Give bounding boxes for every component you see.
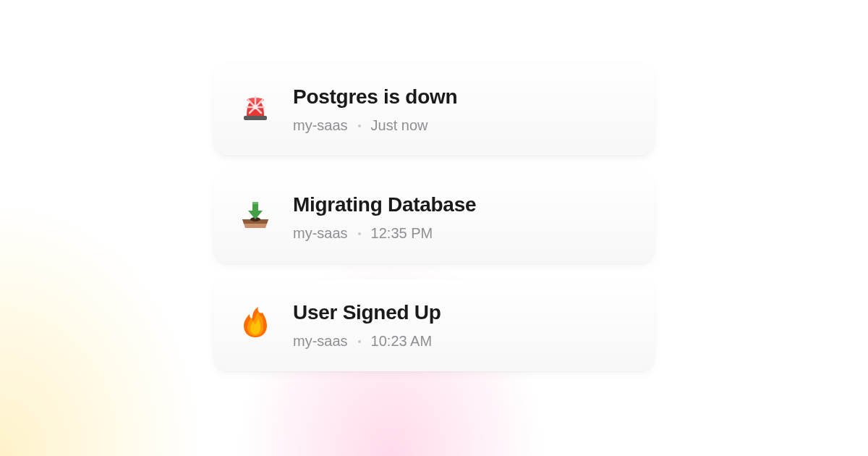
notification-meta: my-saas Just now — [293, 117, 630, 134]
notification-content: Migrating Database my-saas 12:35 PM — [293, 193, 630, 242]
notification-card[interactable]: User Signed Up my-saas 10:23 AM — [213, 279, 655, 371]
notification-title: User Signed Up — [293, 301, 630, 324]
siren-icon — [238, 90, 273, 124]
svg-rect-12 — [252, 202, 258, 204]
notification-time: 10:23 AM — [371, 333, 433, 350]
notification-content: Postgres is down my-saas Just now — [293, 85, 630, 134]
meta-separator-icon — [358, 124, 361, 127]
svg-rect-0 — [244, 116, 267, 120]
notification-title: Postgres is down — [293, 85, 630, 109]
notification-title: Migrating Database — [293, 193, 630, 216]
notification-card[interactable]: Postgres is down my-saas Just now — [213, 64, 655, 156]
notification-meta: my-saas 12:35 PM — [293, 225, 630, 242]
fire-icon — [238, 305, 273, 340]
notification-card[interactable]: Migrating Database my-saas 12:35 PM — [213, 172, 655, 263]
notification-project: my-saas — [293, 333, 348, 350]
notification-project: my-saas — [293, 225, 348, 242]
notification-project: my-saas — [293, 117, 348, 134]
meta-separator-icon — [358, 340, 361, 343]
notifications-list: Postgres is down my-saas Just now — [213, 64, 655, 371]
notification-time: Just now — [371, 117, 428, 134]
meta-separator-icon — [358, 232, 361, 235]
notification-content: User Signed Up my-saas 10:23 AM — [293, 301, 630, 350]
notification-time: 12:35 PM — [371, 225, 433, 242]
svg-point-9 — [253, 105, 258, 109]
notification-meta: my-saas 10:23 AM — [293, 333, 630, 350]
download-tray-icon — [238, 198, 273, 232]
